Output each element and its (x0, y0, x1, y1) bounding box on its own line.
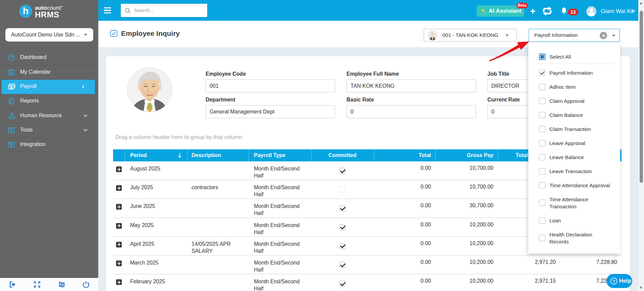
svg-text:$: $ (11, 86, 12, 89)
svg-text:文: 文 (59, 283, 62, 286)
svg-text:A: A (62, 283, 64, 286)
svg-text:?: ? (612, 279, 615, 284)
